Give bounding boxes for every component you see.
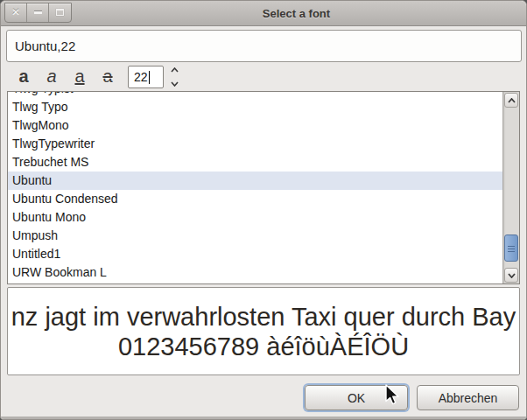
maximize-icon [56, 9, 64, 16]
font-list-item[interactable]: TlwgMono [8, 116, 502, 135]
maximize-button[interactable] [49, 4, 71, 22]
font-size-value: 22 [134, 70, 148, 84]
underline-toggle[interactable]: a [66, 63, 94, 89]
chevron-up-icon [171, 67, 179, 73]
font-size-input[interactable]: 22 [128, 66, 164, 88]
close-icon: ✕ [11, 7, 20, 18]
spin-down-button[interactable] [171, 81, 179, 87]
chevron-down-icon [171, 81, 179, 87]
window-title: Select a font [72, 7, 526, 20]
scroll-up-icon [508, 98, 516, 103]
italic-icon: a [46, 66, 56, 87]
cancel-button[interactable]: Abbrechen [417, 385, 519, 410]
font-list-rows: Tlwg TypistTlwg TypoTlwgMonoTlwgTypewrit… [8, 91, 502, 282]
font-list-item[interactable]: Ubuntu Mono [8, 208, 502, 227]
font-preview: nz jagt im verwahrlosten Taxi quer durch… [7, 287, 520, 375]
close-button[interactable]: ✕ [5, 4, 27, 22]
font-list-item[interactable]: Untitled1 [8, 245, 502, 263]
font-name-input[interactable]: Ubuntu,22 [6, 30, 522, 62]
font-list-item[interactable]: TlwgTypewriter [8, 135, 502, 153]
minimize-button[interactable] [27, 4, 49, 22]
font-list: Tlwg TypistTlwg TypoTlwgMonoTlwgTypewrit… [7, 91, 520, 284]
preview-line-2: 0123456789 àéîöùÀÉÎÖÙ [118, 332, 409, 361]
style-toggles: a a a a [10, 63, 122, 89]
strikethrough-toggle[interactable]: a [94, 63, 122, 89]
font-list-item[interactable]: URW Bookman L [8, 263, 502, 282]
font-list-item[interactable]: Tlwg Typo [8, 98, 502, 116]
style-toolbar: a a a a 22 [1, 63, 527, 91]
scroll-up-button[interactable] [504, 93, 518, 108]
font-list-item[interactable]: Umpush [8, 227, 502, 245]
ok-button-label: OK [348, 391, 365, 405]
preview-line-1: nz jagt im verwahrlosten Taxi quer durch… [11, 302, 516, 332]
underline-icon: a [74, 66, 84, 87]
font-size-stepper [167, 65, 181, 89]
cancel-button-label: Abbrechen [439, 391, 498, 405]
font-list-item[interactable]: Ubuntu [8, 172, 502, 190]
font-list-item[interactable]: Tlwg Typist [8, 91, 502, 98]
scrollbar[interactable] [502, 92, 519, 284]
font-name-value: Ubuntu,22 [15, 38, 75, 53]
titlebar: ✕ Select a font [1, 1, 526, 26]
scrollbar-thumb[interactable] [504, 234, 518, 262]
font-list-item[interactable]: Trebuchet MS [8, 153, 502, 172]
bold-icon: a [18, 66, 28, 87]
minimize-icon [34, 11, 42, 14]
text-caret [149, 71, 150, 84]
italic-toggle[interactable]: a [38, 63, 66, 89]
ok-button[interactable]: OK [305, 385, 408, 410]
bold-toggle[interactable]: a [10, 63, 38, 89]
spin-up-button[interactable] [171, 67, 179, 73]
strikethrough-icon: a [102, 66, 112, 87]
scroll-down-icon [508, 273, 516, 278]
window-bottom-edge [1, 416, 526, 419]
font-dialog-window: ✕ Select a font Ubuntu,22 a a a [0, 0, 527, 420]
scroll-down-button[interactable] [504, 268, 518, 283]
scroll-grip-icon [508, 245, 515, 252]
window-controls: ✕ [4, 3, 72, 23]
font-list-item[interactable]: Ubuntu Condensed [8, 190, 502, 208]
